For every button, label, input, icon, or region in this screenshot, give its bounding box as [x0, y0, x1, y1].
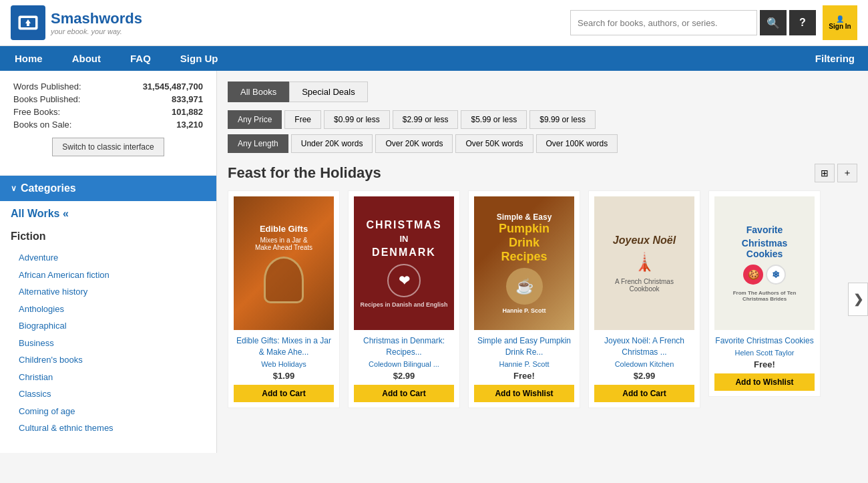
search-area: 🔍 ? — [570, 10, 816, 35]
stat-words-label: Words Published: — [13, 82, 81, 92]
filter-under-20k[interactable]: Under 20K words — [291, 134, 373, 153]
filter-999[interactable]: $9.99 or less — [529, 110, 596, 129]
book-author-1[interactable]: Web Holidays — [261, 360, 306, 368]
length-filter-row: Any Length Under 20K words Over 20K word… — [228, 134, 857, 153]
cat-alternative-history[interactable]: Alternative history — [0, 283, 216, 301]
logo-tagline: your ebook. your way. — [51, 27, 142, 35]
category-list: Adventure African American fiction Alter… — [0, 247, 216, 440]
book-author-3[interactable]: Hannie P. Scott — [499, 360, 549, 368]
next-arrow-button[interactable]: ❯ — [848, 283, 868, 316]
categories-header: ∨ Categories — [0, 176, 216, 201]
svg-rect-3 — [27, 23, 29, 26]
book-card-3: Simple & Easy Pumpkin Drink Recipes ☕ Ha… — [468, 190, 580, 408]
main-content: All Books Special Deals Any Price Free $… — [217, 71, 868, 453]
stat-sale-value: 13,210 — [176, 120, 203, 130]
cat-african-american[interactable]: African American fiction — [0, 267, 216, 284]
sidebar: Words Published: 31,545,487,700 Books Pu… — [0, 71, 217, 453]
filter-any-price[interactable]: Any Price — [228, 110, 282, 129]
sign-in-button[interactable]: 👤 Sign In — [823, 5, 857, 40]
stat-books: Books Published: 833,971 — [13, 94, 203, 104]
cat-adventure[interactable]: Adventure — [0, 249, 216, 267]
logo-icon — [11, 5, 45, 40]
book-cover-3: Simple & Easy Pumpkin Drink Recipes ☕ Ha… — [474, 196, 574, 330]
cat-anthologies[interactable]: Anthologies — [0, 301, 216, 318]
site-header: Smashwords your ebook. your way. 🔍 ? 👤 S… — [0, 0, 868, 46]
user-icon: 👤 — [836, 15, 844, 23]
book-price-4: $2.99 — [634, 371, 656, 381]
book-cover-1: Edible Gifts Mixes in a Jar & Make Ahead… — [234, 196, 334, 330]
book-card-2: CHRISTMAS IN DENMARK ❤ Recipes in Danish… — [348, 190, 460, 408]
logo-area: Smashwords your ebook. your way. — [11, 5, 570, 40]
main-nav: Home About FAQ Sign Up Filtering — [0, 46, 868, 71]
book-price-5: Free! — [754, 359, 775, 369]
book-cover-4: Joyeux Noël 🗼 A French Christmas Cookboo… — [594, 196, 694, 330]
filter-free[interactable]: Free — [284, 110, 321, 129]
stat-free-value: 101,882 — [172, 107, 203, 117]
stat-sale-label: Books on Sale: — [13, 120, 71, 130]
book-title-3[interactable]: Simple and Easy Pumpkin Drink Re... — [474, 335, 574, 358]
cat-classics[interactable]: Classics — [0, 385, 216, 403]
books-row: Edible Gifts Mixes in a Jar & Make Ahead… — [228, 190, 857, 408]
nav-filtering[interactable]: Filtering — [802, 46, 868, 71]
logo-name: Smashwords — [51, 10, 142, 27]
cat-business[interactable]: Business — [0, 335, 216, 352]
book-price-1: $1.99 — [273, 371, 295, 381]
categories-label: Categories — [21, 182, 76, 194]
book-title-1[interactable]: Edible Gifts: Mixes in a Jar & Make Ahe.… — [234, 335, 334, 358]
all-works-link[interactable]: All Works « — [0, 201, 216, 226]
filter-over-100k[interactable]: Over 100K words — [536, 134, 618, 153]
add-to-wishlist-5[interactable]: Add to Wishlist — [714, 373, 815, 391]
cat-coming-of-age[interactable]: Coming of age — [0, 403, 216, 420]
nav-home[interactable]: Home — [0, 46, 57, 71]
classic-interface-button[interactable]: Switch to classic interface — [52, 138, 164, 156]
add-to-cart-2[interactable]: Add to Cart — [354, 385, 454, 402]
book-author-5[interactable]: Helen Scott Taylor — [734, 349, 794, 357]
cat-christian[interactable]: Christian — [0, 369, 216, 386]
stat-books-value: 833,971 — [172, 94, 203, 104]
search-button[interactable]: 🔍 — [760, 10, 787, 35]
tab-all-books[interactable]: All Books — [228, 82, 289, 102]
stats-box: Words Published: 31,545,487,700 Books Pu… — [0, 71, 216, 176]
search-input[interactable] — [570, 10, 757, 35]
cat-childrens[interactable]: Children's books — [0, 351, 216, 369]
add-view-button[interactable]: ＋ — [837, 164, 857, 182]
stat-books-label: Books Published: — [13, 94, 80, 104]
add-to-cart-1[interactable]: Add to Cart — [234, 385, 334, 402]
stat-free: Free Books: 101,882 — [13, 107, 203, 117]
grid-view-button[interactable]: ⊞ — [815, 164, 835, 182]
chevron-down-icon: ∨ — [11, 184, 17, 193]
stat-words: Words Published: 31,545,487,700 — [13, 82, 203, 92]
book-title-2[interactable]: Christmas in Denmark: Recipes... — [354, 335, 454, 358]
nav-about[interactable]: About — [57, 46, 116, 71]
cat-cultural[interactable]: Cultural & ethnic themes — [0, 420, 216, 437]
book-author-4[interactable]: Coledown Kitchen — [615, 360, 674, 368]
filter-099[interactable]: $0.99 or less — [324, 110, 390, 129]
book-title-4[interactable]: Joyeux Noël: A French Christmas ... — [594, 335, 694, 358]
book-price-3: Free! — [513, 371, 535, 381]
view-buttons: ⊞ ＋ — [815, 164, 857, 182]
stat-words-value: 31,545,487,700 — [143, 82, 203, 92]
tabs-row: All Books Special Deals — [228, 82, 857, 102]
help-button[interactable]: ? — [789, 10, 816, 35]
nav-signup[interactable]: Sign Up — [166, 46, 233, 71]
book-title-5[interactable]: Favorite Christmas Cookies — [715, 335, 813, 347]
nav-faq[interactable]: FAQ — [116, 46, 166, 71]
section-title: Feast for the Holidays — [228, 164, 381, 182]
book-author-2[interactable]: Coledown Bilingual ... — [369, 360, 439, 368]
filter-over-20k[interactable]: Over 20K words — [375, 134, 453, 153]
price-filter-row: Any Price Free $0.99 or less $2.99 or le… — [228, 110, 857, 129]
book-cover-2: CHRISTMAS IN DENMARK ❤ Recipes in Danish… — [354, 196, 454, 330]
section-header: Feast for the Holidays ⊞ ＋ — [228, 164, 857, 182]
add-to-wishlist-3[interactable]: Add to Wishlist — [474, 385, 574, 402]
filter-any-length[interactable]: Any Length — [228, 134, 288, 153]
add-to-cart-4[interactable]: Add to Cart — [594, 385, 694, 402]
cat-biographical[interactable]: Biographical — [0, 317, 216, 335]
fiction-header: Fiction — [0, 226, 216, 247]
stat-free-label: Free Books: — [13, 107, 60, 117]
filter-over-50k[interactable]: Over 50K words — [455, 134, 533, 153]
book-card-4: Joyeux Noël 🗼 A French Christmas Cookboo… — [588, 190, 700, 408]
filter-599[interactable]: $5.99 or less — [461, 110, 527, 129]
book-card-1: Edible Gifts Mixes in a Jar & Make Ahead… — [228, 190, 340, 408]
filter-299[interactable]: $2.99 or less — [393, 110, 459, 129]
tab-special-deals[interactable]: Special Deals — [289, 82, 368, 102]
